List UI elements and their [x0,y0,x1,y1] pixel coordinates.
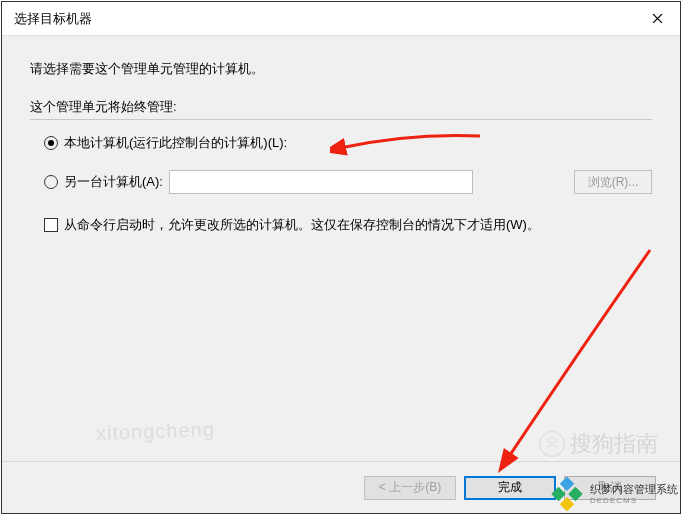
window-title: 选择目标机器 [14,10,634,28]
close-button[interactable] [634,2,680,36]
radio-remote[interactable] [44,175,58,189]
back-button: < 上一步(B) [364,476,456,500]
remote-computer-input[interactable] [169,170,473,194]
radio-local-label: 本地计算机(运行此控制台的计算机)(L): [64,134,287,152]
finish-button[interactable]: 完成 [464,476,556,500]
radio-remote-label: 另一台计算机(A): [64,173,163,191]
close-icon [652,13,663,24]
group-label: 这个管理单元将始终管理: [30,98,652,116]
radio-local[interactable] [44,136,58,150]
divider [30,119,652,120]
allow-change-checkbox[interactable] [44,218,58,232]
allow-change-label: 从命令行启动时，允许更改所选的计算机。这仅在保存控制台的情况下才适用(W)。 [64,216,540,234]
cancel-button[interactable]: 取消 [564,476,656,500]
browse-button: 浏览(R)... [574,170,652,194]
instruction-text: 请选择需要这个管理单元管理的计算机。 [30,60,652,78]
